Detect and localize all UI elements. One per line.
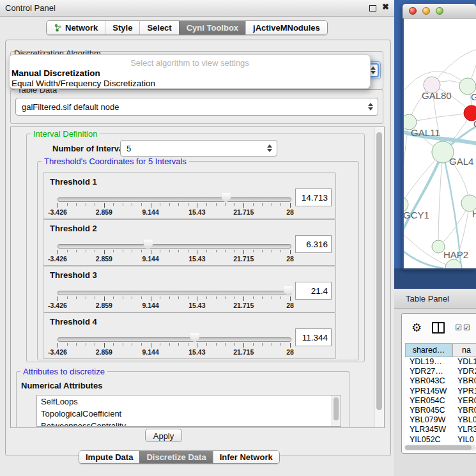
apply-button[interactable]: Apply bbox=[145, 429, 182, 442]
cell-name: YBR0 bbox=[452, 406, 476, 415]
table-panel-title: Table Panel bbox=[406, 294, 449, 303]
tab-jactivemnodules[interactable]: jActiveMNodules bbox=[245, 21, 327, 35]
tick-label: 2.859 bbox=[96, 348, 112, 356]
threshold-value-field[interactable] bbox=[295, 188, 332, 206]
number-of-intervals-label: Number of Intervals bbox=[52, 144, 130, 153]
minimize-traffic-light-icon[interactable] bbox=[422, 7, 430, 15]
tab-impute-data[interactable]: Impute Data bbox=[79, 451, 139, 463]
columns-icon[interactable] bbox=[432, 322, 445, 334]
cell-shared-name: YBR043C bbox=[405, 376, 452, 386]
table-toolbar: ⚙ ☑☑ bbox=[402, 314, 476, 342]
list-scrollbar[interactable] bbox=[332, 395, 341, 426]
table-row[interactable]: YER054C YER0 bbox=[405, 396, 476, 406]
tab-infer-network[interactable]: Infer Network bbox=[213, 451, 279, 463]
table-data-value: galFiltered.sif default node bbox=[16, 102, 366, 112]
scrollbar-thumb[interactable] bbox=[334, 397, 339, 420]
select-columns-checkboxes-icon[interactable]: ☑☑ bbox=[455, 323, 472, 332]
network-node-partial[interactable] bbox=[445, 259, 462, 268]
slider-track[interactable] bbox=[58, 197, 291, 202]
tick-label: 21.715 bbox=[233, 348, 254, 356]
threshold-value-field[interactable] bbox=[295, 235, 332, 253]
table-row[interactable]: YLR345W YLR3 bbox=[405, 425, 476, 434]
tab-discretize-data[interactable]: Discretize Data bbox=[139, 451, 212, 463]
tab-label: Cyni Toolbox bbox=[187, 23, 238, 33]
scrollbar-thumb[interactable] bbox=[405, 445, 472, 450]
screen: Control Panel ✖ Network Style Select Cyn… bbox=[0, 0, 476, 476]
top-tab-bar: Network Style Select Cyni Toolbox jActiv… bbox=[46, 20, 328, 35]
table-row[interactable]: YPR145W YPR1 bbox=[405, 387, 476, 396]
slider-track[interactable] bbox=[58, 337, 291, 342]
close-icon[interactable]: ✖ bbox=[382, 2, 389, 12]
cell-name: YBL0 bbox=[452, 415, 476, 425]
tab-select[interactable]: Select bbox=[139, 21, 178, 35]
float-window-icon[interactable] bbox=[369, 5, 376, 12]
list-item[interactable]: TopologicalCoefficient bbox=[37, 408, 341, 420]
cell-name: YDR2 bbox=[452, 367, 476, 376]
scrollbar-thumb[interactable] bbox=[376, 132, 382, 410]
cell-name: YPR1 bbox=[452, 387, 476, 396]
threshold-1-panel: Threshold 1 -3.4262.8599.14415.4321.7152… bbox=[43, 173, 336, 219]
table-row[interactable]: YBR045C YBR0 bbox=[405, 406, 476, 415]
node-label-gal80: GAL80 bbox=[422, 90, 452, 101]
tick-label: -3.426 bbox=[48, 302, 67, 309]
node-label-gal4: GAL4 bbox=[449, 156, 473, 167]
table-data-combobox[interactable]: galFiltered.sif default node bbox=[15, 98, 378, 116]
dropdown-option-manual[interactable]: Manual Discretization bbox=[12, 68, 100, 78]
vertical-scrollbar[interactable] bbox=[374, 127, 384, 427]
tick-label: 21.715 bbox=[233, 208, 254, 216]
tick-label: 2.859 bbox=[96, 302, 112, 309]
tab-cyni-toolbox[interactable]: Cyni Toolbox bbox=[179, 21, 245, 35]
number-of-intervals-combobox[interactable]: 5 bbox=[120, 140, 277, 157]
close-traffic-light-icon[interactable] bbox=[409, 7, 417, 15]
cell-name: YLR3 bbox=[452, 425, 476, 434]
slider-track[interactable] bbox=[58, 244, 291, 249]
table-row[interactable]: YIL052C YIL0 bbox=[405, 435, 476, 445]
slider-scale: -3.4262.8599.14415.4321.71528 bbox=[58, 348, 290, 356]
list-item[interactable]: BetweennessCentrality bbox=[37, 420, 341, 427]
tab-network[interactable]: Network bbox=[47, 21, 105, 35]
cell-shared-name: YPR145W bbox=[405, 387, 452, 396]
table-panel-titlebar: Table Panel bbox=[394, 289, 476, 309]
tick-label: 2.859 bbox=[96, 208, 112, 216]
bottom-tab-bar: Impute Data Discretize Data Infer Networ… bbox=[79, 450, 280, 464]
slider-scale: -3.4262.8599.14415.4321.71528 bbox=[58, 302, 290, 309]
dropdown-option-equal-width[interactable]: Equal Width/Frequency Discretization bbox=[12, 79, 155, 88]
algorithm-dropdown-popup: Select algorithm to view settings Manual… bbox=[9, 54, 371, 89]
tab-style[interactable]: Style bbox=[105, 21, 139, 35]
control-panel-titlebar: Control Panel ✖ bbox=[0, 0, 394, 17]
zoom-traffic-light-icon[interactable] bbox=[436, 7, 443, 15]
horizontal-scrollbar[interactable] bbox=[404, 445, 476, 450]
numerical-attributes-list[interactable]: SelfLoopsTopologicalCoefficientBetweenne… bbox=[36, 395, 341, 427]
slider-ticks bbox=[58, 203, 291, 208]
dropdown-hint[interactable]: Select algorithm to view settings bbox=[10, 58, 370, 68]
combo-stepper-icon[interactable] bbox=[265, 144, 274, 152]
tick-label: 15.43 bbox=[188, 208, 205, 216]
tick-label: 28 bbox=[286, 255, 294, 263]
network-node-hap2[interactable] bbox=[432, 240, 445, 253]
interval-definition-title: Interval Definition bbox=[31, 129, 100, 139]
tick-label: 9.144 bbox=[142, 302, 158, 309]
tab-label: jActiveMNodules bbox=[253, 23, 320, 33]
tick-label: 9.144 bbox=[142, 255, 158, 263]
table-row[interactable]: YBL079W YBL0 bbox=[405, 415, 476, 425]
list-item[interactable]: SelfLoops bbox=[37, 395, 341, 408]
column-header-shared-name[interactable]: shared… bbox=[405, 343, 452, 357]
table-row[interactable]: YDR27… YDR2 bbox=[405, 367, 476, 376]
settings-scroll-pane: Interval Definition Number of Intervals … bbox=[10, 127, 385, 428]
table-row[interactable]: YBR043C YBR0 bbox=[405, 376, 476, 386]
slider-ticks bbox=[58, 296, 291, 301]
network-graph: GAL80 G C GAL11 GAL4 GCY1 H HAP2 bbox=[404, 19, 476, 268]
threshold-value-field[interactable] bbox=[295, 282, 332, 300]
cell-shared-name: YLR345W bbox=[405, 425, 452, 434]
tick-label: 28 bbox=[286, 302, 294, 309]
threshold-label: Threshold 4 bbox=[50, 317, 97, 326]
tab-label: Impute Data bbox=[86, 452, 133, 462]
column-header-name[interactable]: na bbox=[452, 343, 476, 357]
network-canvas[interactable]: GAL80 G C GAL11 GAL4 GCY1 H HAP2 bbox=[404, 19, 476, 268]
threshold-value-field[interactable] bbox=[295, 328, 332, 346]
slider-track[interactable] bbox=[58, 291, 291, 295]
combo-stepper-icon[interactable] bbox=[366, 103, 375, 111]
gear-icon[interactable]: ⚙ bbox=[411, 322, 422, 334]
table-row[interactable]: YDL19… YDL1 bbox=[405, 357, 476, 367]
tick-label: 28 bbox=[286, 208, 294, 216]
